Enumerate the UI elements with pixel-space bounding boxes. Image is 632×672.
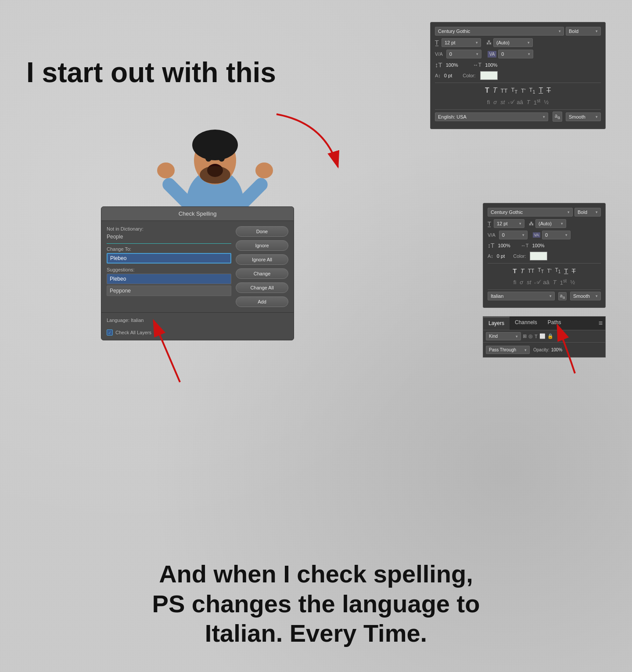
layers-content: Pass Through ▾ Opacity: 100%: [483, 343, 605, 357]
layer-pass-through-row: Pass Through ▾ Opacity: 100%: [486, 344, 603, 355]
baseline-value: 0 pt: [444, 73, 452, 78]
allcaps-icon: TT: [501, 87, 508, 94]
smallcaps-icon: TT: [511, 87, 517, 94]
bottom-line-1: And when I check spelling,: [0, 559, 632, 589]
leading-icon-b: ⁂: [529, 221, 534, 227]
not-in-dict-label: Not in Dictionary:: [107, 226, 231, 231]
ligature-icon-b: fi: [514, 279, 517, 285]
layer-icon-1: ⊞: [523, 333, 527, 339]
tab-channels[interactable]: Channels: [510, 317, 542, 330]
tracking-dropdown-bottom[interactable]: 0 ▾: [542, 231, 571, 239]
svg-point-4: [219, 155, 225, 162]
font-style-dropdown-bottom[interactable]: Bold ▾: [575, 208, 601, 217]
frac-icon: T: [527, 99, 530, 105]
kerning-dropdown[interactable]: 0 ▾: [446, 50, 481, 58]
tracking-dropdown[interactable]: 0 ▾: [498, 50, 533, 58]
suggestion-2[interactable]: Peppone: [107, 285, 231, 296]
change-all-button[interactable]: Change All: [236, 282, 288, 293]
ps-panel-top: Century Gothic ▾ Bold ▾ T̲ 12 pt ▾ ⁂ (Au…: [430, 22, 606, 129]
stylistic-icon: st: [500, 99, 505, 105]
svg-point-3: [205, 155, 212, 162]
layer-icon-2: ◎: [528, 333, 533, 339]
strikethrough-icon: T: [546, 87, 551, 94]
scale-v-icon-b: ↕T: [488, 242, 495, 249]
oldstyle-icon-b: σ: [520, 279, 523, 285]
half-icon: ½: [544, 99, 549, 105]
oldstyle-icon: σ: [493, 99, 497, 105]
scale-h-icon-b: ↔T: [521, 243, 529, 248]
done-button[interactable]: Done: [236, 226, 288, 237]
change-to-input[interactable]: [107, 253, 231, 264]
dialog-footer: Language: Italian: [101, 312, 294, 328]
language-dropdown-top[interactable]: English: USA ▾: [435, 112, 548, 121]
antialiasing-dropdown-bottom[interactable]: Smooth ▾: [570, 292, 601, 300]
change-to-label: Change To:: [107, 246, 231, 252]
underline-icon: T: [539, 87, 543, 94]
baseline-value-b: 0 pt: [497, 253, 505, 259]
ignore-button[interactable]: Ignore: [236, 240, 288, 251]
blend-mode-dropdown[interactable]: Pass Through ▾: [486, 346, 530, 354]
tab-paths[interactable]: Paths: [542, 317, 567, 330]
font-name-dropdown-bottom[interactable]: Century Gothic ▾: [488, 208, 573, 217]
color-label-b: Color:: [513, 253, 526, 259]
change-button[interactable]: Change: [236, 268, 288, 279]
check-spelling-dialog: Check Spelling Not in Dictionary: People…: [101, 206, 294, 340]
allcaps-icon-b: TT: [528, 268, 535, 274]
scale-h-value: 100%: [485, 62, 497, 68]
svg-point-6: [200, 166, 230, 184]
bold-t-icon-b: T: [513, 267, 517, 275]
leading-icon: ⁂: [486, 40, 492, 46]
bottom-line-2: PS changes the language to: [0, 589, 632, 618]
ps-panel-bottom: Century Gothic ▾ Bold ▾ T̲ 12 pt ▾ ⁂ (Au…: [483, 203, 606, 308]
add-button[interactable]: Add: [236, 296, 288, 307]
svg-point-10: [255, 163, 273, 178]
layers-menu-icon[interactable]: ≡: [596, 317, 605, 330]
sub-icon-b: T1: [555, 267, 560, 274]
font-name-dropdown[interactable]: Century Gothic ▾: [435, 27, 564, 36]
font-size-dropdown-bottom[interactable]: 12 pt ▾: [494, 219, 524, 228]
color-label: Color:: [463, 73, 475, 78]
suggestion-1[interactable]: Plebeo: [107, 274, 231, 284]
type-style-icons-row2: fi σ st 𝒜 aā T 1st ½: [435, 96, 601, 108]
footer-language-label: Language: Italian: [107, 318, 144, 323]
ordinal-icon: aā: [517, 99, 523, 105]
color-swatch-b[interactable]: [530, 252, 547, 260]
check-all-layers-checkbox[interactable]: ✓: [107, 329, 113, 336]
layers-tabs: Layers Channels Paths ≡: [483, 317, 605, 330]
dialog-right-buttons: Done Ignore Ignore All Change Change All…: [236, 226, 288, 307]
italic-t-icon-b: T: [521, 267, 524, 275]
svg-point-2: [192, 130, 238, 160]
check-all-layers-label: Check All Layers: [115, 330, 151, 335]
aa-label: aa: [553, 112, 562, 121]
ignore-all-button[interactable]: Ignore All: [236, 254, 288, 265]
antialiasing-dropdown-top[interactable]: Smooth ▾: [566, 112, 601, 121]
color-swatch[interactable]: [480, 71, 498, 80]
bottom-text-container: And when I check spelling, PS changes th…: [0, 559, 632, 648]
layer-icon-4: ⬜: [539, 333, 546, 339]
kerning-label: V/A: [435, 51, 443, 57]
kind-dropdown[interactable]: Kind ▾: [486, 332, 521, 340]
dialog-titlebar: Check Spelling: [101, 207, 294, 221]
font-style-dropdown[interactable]: Bold ▾: [566, 27, 601, 36]
not-in-dict-value: People: [107, 233, 231, 241]
ordinal-icon-b: aā: [543, 279, 549, 285]
svg-point-9: [157, 163, 175, 178]
swash-icon: 𝒜: [508, 98, 513, 105]
language-dropdown-bottom[interactable]: Italian ▾: [488, 292, 555, 300]
tab-layers[interactable]: Layers: [483, 317, 510, 330]
scale-h-icon: ↔T: [473, 62, 481, 68]
bottom-line-3: Italian. Every Time.: [0, 618, 632, 648]
sub-icon: T1: [529, 87, 535, 94]
super-icon: T': [521, 87, 525, 94]
frac-icon-b: T: [553, 279, 557, 285]
leading-dropdown-bottom[interactable]: (Auto) ▾: [535, 219, 566, 228]
opacity-value: 100%: [551, 347, 563, 352]
suggestions-label: Suggestions:: [107, 267, 231, 272]
leading-dropdown[interactable]: (Auto) ▾: [493, 38, 533, 47]
ligature-icon: fi: [487, 99, 490, 105]
kerning-dropdown-bottom[interactable]: 0 ▾: [499, 231, 528, 239]
super2-icon: 1st: [534, 98, 541, 106]
layer-icon-3: T: [535, 334, 538, 339]
top-title: I start out with this: [26, 57, 276, 88]
font-size-dropdown[interactable]: 12 pt ▾: [442, 38, 481, 47]
